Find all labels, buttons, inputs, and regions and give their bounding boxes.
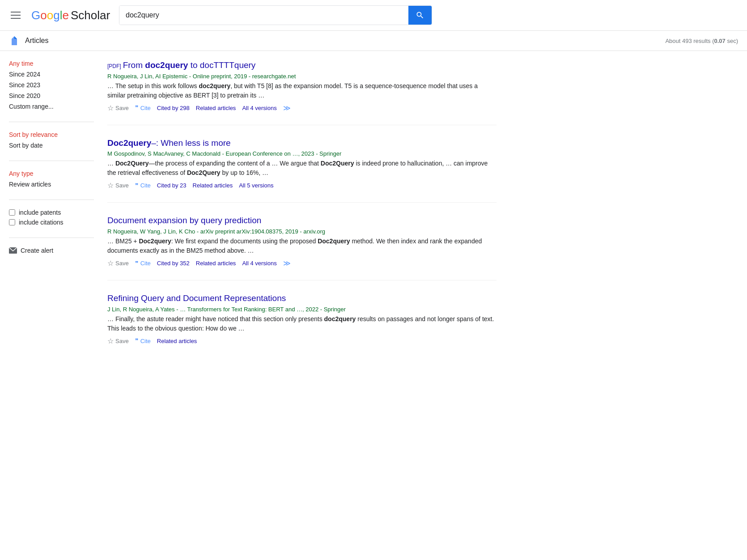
cite-label-1: Cite [140,105,151,111]
logo-google-text: Google [31,8,69,22]
results-list: [PDF]From doc2query to docTTTTquery R No… [103,60,505,370]
type-section: Any type Review articles [9,170,94,200]
create-alert-text: Create alert [21,247,53,254]
author-link[interactable]: K Cho [179,228,195,235]
search-input[interactable] [119,6,408,25]
result-actions-3: ☆ Save ❞ Cite Cited by 352 Related artic… [107,259,497,267]
cited-by-3[interactable]: Cited by 352 [157,260,190,267]
quote-icon-1: ❞ [135,104,139,111]
author-link[interactable]: W Yang [140,228,160,235]
author-link[interactable]: S MacAvaney [148,150,183,157]
cite-button-3[interactable]: ❞ Cite [135,260,151,267]
result-venue-1: AI Epistemic - Online preprint, 2019 - r… [155,73,296,80]
result-venue-prefix-2: M Gospodinov, [107,150,148,157]
result-actions-2: ☆ Save ❞ Cite Cited by 23 Related articl… [107,181,497,190]
result-title-2[interactable]: Doc2query–: When less is more [107,138,497,149]
save-label-3: Save [115,260,129,267]
quote-icon-3: ❞ [135,260,139,267]
include-patents-label[interactable]: include patents [9,209,94,216]
all-versions-2[interactable]: All 5 versions [239,182,273,189]
result-authors-2: M Gospodinov, S MacAvaney, C Macdonald -… [107,150,497,157]
cite-label-4: Cite [140,338,151,344]
since-2020[interactable]: Since 2020 [9,91,94,100]
since-2023[interactable]: Since 2023 [9,81,94,89]
star-icon: ☆ [107,181,114,190]
result-title-3[interactable]: Document expansion by query prediction [107,215,497,226]
save-button-3[interactable]: ☆ Save [107,259,129,267]
cite-label-2: Cite [140,182,151,189]
star-icon: ☆ [107,259,114,267]
result-venue-4: … Transformers for Text Ranking: BERT an… [180,306,346,313]
articles-icon [9,35,20,46]
hamburger-menu[interactable] [9,10,22,21]
include-citations-text: include citations [19,219,64,226]
cite-label-3: Cite [140,260,151,267]
include-patents-checkbox[interactable] [9,209,15,216]
include-citations-label[interactable]: include citations [9,219,94,226]
sort-by-relevance-active[interactable]: Sort by relevance [9,131,94,138]
more-icon-3[interactable]: ≫ [283,259,291,267]
result-title-4[interactable]: Refining Query and Document Representati… [107,293,497,304]
articles-label: Articles [25,37,48,45]
result-title-suffix-2: –: When less is more [151,138,230,148]
result-snippet-3: … BM25 + Doc2query: We first expand the … [107,237,497,255]
result-title-suffix-1: to docTTTTquery [188,60,255,70]
review-articles[interactable]: Review articles [9,180,94,189]
save-label-4: Save [115,338,129,344]
result-title-bold-2: Doc2query [107,138,151,148]
result-item: Document expansion by query prediction R… [107,215,497,280]
cited-by-2[interactable]: Cited by 23 [157,182,187,189]
author-link[interactable]: R Nogueira [107,73,137,80]
search-button[interactable] [408,6,432,25]
all-versions-3[interactable]: All 4 versions [242,260,276,267]
result-authors-3: R Nogueira, W Yang, J Lin, K Cho - arXiv… [107,228,497,235]
cite-button-4[interactable]: ❞ Cite [135,337,151,344]
cite-button-2[interactable]: ❞ Cite [135,182,151,189]
result-title-1[interactable]: [PDF]From doc2query to docTTTTquery [107,60,497,71]
main-layout: Any time Since 2024 Since 2023 Since 202… [0,51,747,379]
star-icon: ☆ [107,337,114,345]
more-icon-1[interactable]: ≫ [283,104,291,112]
all-versions-1[interactable]: All 4 versions [242,105,276,111]
sub-header: Articles About 493 results (0.07 sec) [0,31,747,51]
author-link[interactable]: J Lin [163,228,175,235]
result-item: Refining Query and Document Representati… [107,293,497,358]
related-articles-3[interactable]: Related articles [196,260,236,267]
custom-range[interactable]: Custom range... [9,102,94,111]
related-articles-4[interactable]: Related articles [157,338,197,344]
result-authors-1: R Nogueira, J Lin, AI Epistemic - Online… [107,73,497,80]
checkbox-section: include patents include citations [9,209,94,238]
author-link[interactable]: J Lin [140,73,152,80]
time-filter-section: Any time Since 2024 Since 2023 Since 202… [9,60,94,122]
result-actions-1: ☆ Save ❞ Cite Cited by 298 Related artic… [107,104,497,112]
save-button-2[interactable]: ☆ Save [107,181,129,190]
author-link[interactable]: C Macdonald [186,150,221,157]
related-articles-1[interactable]: Related articles [196,105,236,111]
save-button-1[interactable]: ☆ Save [107,104,129,112]
results-count: About 493 results (0.07 sec) [665,38,738,44]
cited-by-1[interactable]: Cited by 298 [157,105,190,111]
sort-by-date[interactable]: Sort by date [9,141,94,150]
sidebar: Any time Since 2024 Since 2023 Since 202… [0,60,103,370]
author-link[interactable]: R Nogueira [123,306,153,313]
logo: Google Scholar [31,8,110,22]
quote-icon-2: ❞ [135,182,139,189]
author-link[interactable]: R Nogueira [107,228,137,235]
create-alert[interactable]: Create alert [9,247,94,254]
since-2024[interactable]: Since 2024 [9,70,94,79]
include-citations-checkbox[interactable] [9,219,15,225]
result-snippet-1: … The setup in this work follows doc2que… [107,81,497,100]
star-icon: ☆ [107,104,114,112]
author-link[interactable]: J Lin [107,306,119,313]
save-button-4[interactable]: ☆ Save [107,337,129,345]
any-time-active[interactable]: Any time [9,60,94,67]
result-venue-2: European Conference on …, 2023 - Springe… [226,150,342,157]
result-snippet-4: … Finally, the astute reader might have … [107,314,497,333]
quote-icon-4: ❞ [135,337,139,344]
svg-marker-1 [14,36,17,39]
any-type-active[interactable]: Any type [9,170,94,177]
cite-button-1[interactable]: ❞ Cite [135,104,151,111]
related-articles-2[interactable]: Related articles [193,182,233,189]
result-title-prefix-1: From [123,60,145,70]
pdf-badge-1: [PDF] [107,63,121,69]
